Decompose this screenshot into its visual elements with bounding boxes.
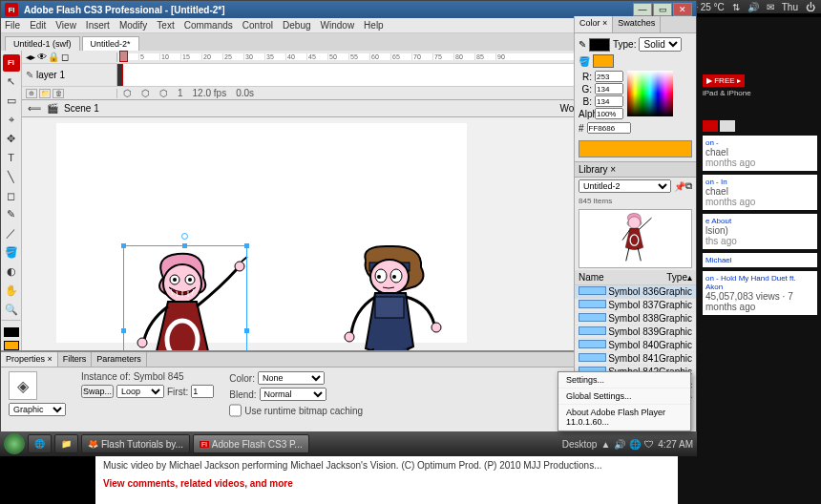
tool-3[interactable]: ⌖ bbox=[3, 112, 20, 129]
tool-10[interactable]: 🪣 bbox=[3, 244, 20, 262]
back-scene-icon[interactable]: ⟸ bbox=[28, 103, 41, 114]
b-input[interactable] bbox=[595, 95, 623, 107]
menu-settings[interactable]: Settings... bbox=[558, 372, 690, 388]
menu-about[interactable]: About Adobe Flash Player 11.0.1.60... bbox=[558, 405, 690, 430]
tool-swatch[interactable] bbox=[4, 341, 19, 350]
related-video[interactable]: Michael bbox=[703, 253, 817, 267]
color-picker[interactable] bbox=[627, 71, 673, 116]
character-guy[interactable] bbox=[337, 243, 452, 350]
library-item[interactable]: Symbol 837Graphic bbox=[575, 299, 696, 312]
tool-6[interactable]: ╲ bbox=[3, 168, 20, 185]
onion-icon[interactable]: ⬡ bbox=[141, 88, 150, 98]
pin-icon[interactable]: 📌 bbox=[674, 181, 685, 192]
new-lib-icon[interactable]: ⧉ bbox=[685, 180, 692, 192]
tool-5[interactable]: T bbox=[3, 149, 20, 166]
view-comments-link[interactable]: View comments, related videos, and more bbox=[103, 478, 670, 489]
menu-modify[interactable]: Modify bbox=[119, 20, 147, 31]
tool-13[interactable]: 🔍 bbox=[3, 301, 20, 318]
fill-swatch[interactable] bbox=[593, 54, 614, 68]
resize-handle[interactable] bbox=[244, 328, 249, 333]
tool-9[interactable]: ／ bbox=[3, 225, 20, 242]
playhead[interactable] bbox=[122, 64, 123, 86]
library-item[interactable]: Symbol 836Graphic bbox=[575, 285, 696, 299]
new-folder-button[interactable]: 📁 bbox=[39, 89, 51, 98]
grid-icon[interactable] bbox=[703, 120, 718, 132]
delete-layer-button[interactable]: 🗑 bbox=[53, 89, 64, 98]
menu-window[interactable]: Window bbox=[321, 20, 355, 31]
blend-select[interactable]: Normal bbox=[260, 388, 326, 401]
new-layer-button[interactable]: ⊕ bbox=[26, 89, 37, 98]
library-item[interactable]: Symbol 838Graphic bbox=[575, 312, 696, 326]
library-item[interactable]: Symbol 840Graphic bbox=[575, 339, 696, 350]
menu-debug[interactable]: Debug bbox=[283, 20, 310, 31]
tray-icon[interactable]: 🛡 bbox=[644, 439, 654, 450]
list-icon[interactable] bbox=[720, 120, 735, 132]
tray-icon[interactable]: 🌐 bbox=[629, 439, 641, 450]
onion-icon[interactable]: ⬡ bbox=[159, 88, 168, 98]
selection-bounding-box[interactable] bbox=[123, 245, 247, 350]
fill-icon[interactable]: 🪣 bbox=[579, 56, 590, 67]
resize-handle[interactable] bbox=[182, 243, 187, 248]
first-input[interactable] bbox=[191, 385, 214, 398]
related-video[interactable]: on -chaelmonths ago bbox=[703, 136, 817, 171]
menu-insert[interactable]: Insert bbox=[86, 20, 110, 31]
taskbar-ie-button[interactable]: 🌐 bbox=[28, 434, 52, 453]
tool-0[interactable]: Fl bbox=[3, 54, 20, 72]
tool-12[interactable]: ✋ bbox=[3, 283, 20, 300]
maximize-button[interactable]: ▭ bbox=[653, 3, 672, 16]
color-effect-select[interactable]: None bbox=[258, 371, 325, 385]
tool-8[interactable]: ✎ bbox=[3, 206, 20, 223]
sound-icon[interactable]: 🔊 bbox=[747, 2, 759, 12]
menu-edit[interactable]: Edit bbox=[30, 20, 46, 31]
stroke-swatch[interactable] bbox=[589, 51, 610, 52]
instance-type-select[interactable]: Graphic bbox=[9, 403, 66, 416]
close-button[interactable]: ✕ bbox=[673, 3, 692, 16]
resize-handle[interactable] bbox=[121, 328, 126, 333]
desktop-toolbar[interactable]: Desktop bbox=[562, 439, 598, 450]
related-video[interactable]: on - Hold My Hand Duet ft. Akon45,057,08… bbox=[703, 271, 817, 315]
visibility-icon[interactable]: 👁 bbox=[37, 52, 47, 62]
yt-free-button[interactable]: ▶ FREE ▸ bbox=[703, 74, 745, 87]
start-button[interactable] bbox=[4, 433, 25, 454]
type-select[interactable]: Solid bbox=[639, 51, 682, 52]
related-video[interactable]: on - Inchaelmonths ago bbox=[703, 175, 817, 210]
menu-file[interactable]: File bbox=[5, 20, 20, 31]
r-input[interactable] bbox=[595, 71, 623, 82]
system-tray[interactable]: Desktop ▲🔊🌐🛡 4:27 AM bbox=[562, 439, 693, 450]
resize-handle[interactable] bbox=[121, 243, 126, 248]
doc-tab-1[interactable]: Untitled-1 (swf) bbox=[5, 36, 80, 51]
taskbar-flash-button[interactable]: Fl Adobe Flash CS3 P... bbox=[193, 434, 309, 453]
outline-icon[interactable]: ◻ bbox=[60, 52, 70, 62]
tool-4[interactable]: ✥ bbox=[3, 131, 20, 148]
menu-view[interactable]: View bbox=[55, 20, 76, 31]
lock-icon[interactable]: 🔒 bbox=[49, 52, 58, 62]
cache-checkbox[interactable] bbox=[229, 404, 242, 417]
g-input[interactable] bbox=[595, 83, 623, 94]
library-tab[interactable]: Library × bbox=[579, 164, 616, 175]
parameters-tab[interactable]: Parameters bbox=[92, 352, 147, 367]
taskbar-explorer-button[interactable]: 📁 bbox=[54, 434, 78, 453]
loop-select[interactable]: Loop bbox=[116, 385, 164, 398]
resize-handle[interactable] bbox=[244, 243, 249, 248]
tool-2[interactable]: ▭ bbox=[3, 93, 20, 110]
hex-input[interactable] bbox=[587, 122, 631, 134]
related-video[interactable]: e Aboutlsion)ths ago bbox=[703, 214, 817, 249]
menu-global-settings[interactable]: Global Settings... bbox=[558, 388, 690, 405]
tray-clock[interactable]: 4:27 AM bbox=[658, 439, 693, 450]
toggle-all-icon[interactable]: ◂▸ bbox=[26, 52, 35, 62]
library-item[interactable]: Symbol 839Graphic bbox=[575, 326, 696, 339]
menu-help[interactable]: Help bbox=[364, 20, 384, 31]
minimize-button[interactable]: — bbox=[633, 3, 652, 16]
menu-commands[interactable]: Commands bbox=[184, 20, 233, 31]
clock[interactable]: Thu bbox=[782, 2, 798, 12]
mail-icon[interactable]: ✉ bbox=[767, 2, 774, 12]
timeline-layer-row[interactable]: ✎ layer 1 bbox=[22, 64, 117, 86]
swap-button[interactable]: Swap... bbox=[81, 385, 114, 398]
tool-7[interactable]: ◻ bbox=[3, 187, 20, 204]
properties-tab[interactable]: Properties × bbox=[1, 352, 58, 367]
filters-tab[interactable]: Filters bbox=[58, 352, 93, 367]
library-list[interactable]: Symbol 836GraphicSymbol 837GraphicSymbol… bbox=[575, 285, 696, 350]
menu-control[interactable]: Control bbox=[242, 20, 273, 31]
power-icon[interactable]: ⏻ bbox=[806, 2, 815, 12]
taskbar-browser-button[interactable]: 🦊 Flash Tutorials by... bbox=[81, 434, 190, 453]
